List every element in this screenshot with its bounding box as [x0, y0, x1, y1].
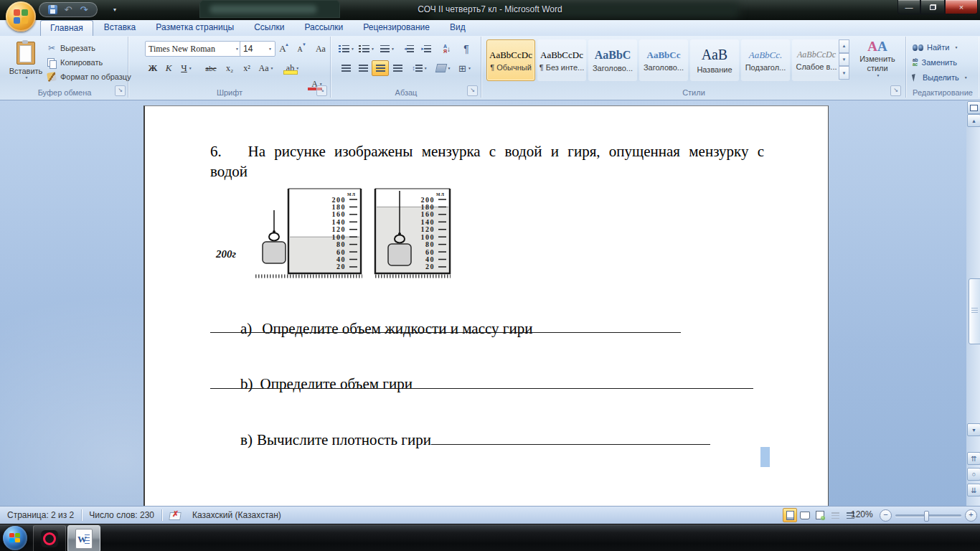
page-indicator[interactable]: Страница: 2 из 2 — [0, 510, 81, 520]
change-styles-button[interactable]: АA Изменить стили ▼ — [854, 39, 901, 85]
style-item[interactable]: AaBbCЗаголово... — [588, 39, 637, 81]
scroll-down-button[interactable]: ▼ — [967, 423, 980, 436]
group-clipboard: Вставить ▼ ✂ Вырезать Копировать Формат … — [1, 37, 128, 98]
office-button[interactable] — [6, 1, 36, 32]
close-button[interactable]: × — [945, 0, 978, 14]
underline-button[interactable]: Ч ▼ — [176, 60, 197, 76]
view-shortcuts — [783, 508, 857, 522]
align-center-button[interactable] — [354, 60, 372, 76]
show-paragraph-marks-button[interactable]: ¶ — [458, 41, 475, 57]
svg-text:120: 120 — [421, 225, 435, 233]
font-dialog-launcher[interactable]: ↘ — [316, 85, 327, 96]
replace-button[interactable]: abac Заменить — [913, 56, 957, 69]
ruler-toggle-button[interactable] — [967, 101, 980, 114]
paste-button[interactable]: Вставить ▼ — [7, 39, 44, 88]
styles-scroll-down-button[interactable]: ▼ — [839, 53, 849, 67]
scrollbar-thumb[interactable] — [969, 278, 980, 344]
document-page[interactable]: 6. На рисунке изображены мензурка с водо… — [143, 105, 829, 506]
redo-button[interactable]: ↷ — [77, 4, 90, 16]
paragraph-dialog-launcher[interactable]: ↘ — [467, 85, 478, 96]
copy-button[interactable]: Копировать — [46, 56, 103, 69]
format-painter-button[interactable]: Формат по образцу — [46, 70, 131, 83]
tab-вид[interactable]: Вид — [440, 20, 475, 36]
zoom-out-button[interactable]: − — [880, 509, 892, 522]
zoom-in-button[interactable]: + — [965, 509, 977, 522]
style-item[interactable]: AaBbCc.Подзагол... — [741, 39, 790, 81]
svg-text:100: 100 — [332, 233, 347, 241]
previous-page-button[interactable]: ⇈ — [967, 452, 980, 465]
numbering-button[interactable]: ▼ — [357, 41, 376, 57]
styles-scroll-up-button[interactable]: ▲ — [839, 39, 849, 53]
taskbar-opera-button[interactable] — [33, 525, 66, 551]
taskbar: W RU ▲ 11:20 23.12.2020 — [0, 524, 980, 551]
styles-dialog-launcher[interactable]: ↘ — [890, 85, 901, 96]
align-left-button[interactable] — [337, 60, 354, 76]
svg-text:160: 160 — [421, 210, 435, 218]
bold-button[interactable]: Ж — [145, 60, 161, 76]
style-item[interactable]: AaBbCcDc¶ Без инте... — [537, 39, 586, 81]
subscript-button[interactable]: x₂ — [221, 60, 238, 76]
clear-formatting-button[interactable]: Аа — [311, 41, 330, 57]
undo-button[interactable]: ↶ — [62, 4, 75, 16]
font-size-combo[interactable]: 14 ▼ — [240, 41, 275, 57]
style-item[interactable]: АаВНазвание — [690, 39, 739, 81]
shading-button[interactable]: ▼ — [433, 60, 453, 76]
outline-view-button[interactable] — [828, 508, 842, 522]
tab-разметка-страницы[interactable]: Разметка страницы — [146, 20, 243, 36]
style-item[interactable]: AaBbCcDcСлабое в... — [792, 39, 841, 81]
word-count[interactable]: Число слов: 230 — [82, 510, 161, 520]
increase-indent-button[interactable]: ▸ — [418, 41, 435, 57]
zoom-slider-thumb[interactable] — [924, 511, 929, 522]
clipboard-dialog-launcher[interactable]: ↘ — [115, 85, 126, 96]
justify-button[interactable] — [389, 60, 406, 76]
strikethrough-button[interactable]: abc — [201, 60, 221, 76]
fullscreen-reading-view-button[interactable] — [798, 508, 812, 522]
web-layout-view-button[interactable] — [813, 508, 827, 522]
print-layout-view-button[interactable] — [783, 508, 797, 522]
svg-text:180: 180 — [421, 203, 435, 211]
style-item[interactable]: AaBbCcDc¶ Обычный — [486, 39, 535, 81]
save-button[interactable] — [46, 4, 59, 16]
borders-button[interactable]: ⊞ ▼ — [455, 60, 475, 76]
tab-вставка[interactable]: Вставка — [95, 20, 146, 36]
zoom-slider[interactable] — [895, 514, 961, 517]
multilevel-list-button[interactable]: ▼ — [377, 41, 397, 57]
shading-icon — [435, 64, 447, 72]
tab-ссылки[interactable]: Ссылки — [245, 20, 293, 36]
sort-button[interactable]: АЯ ↓ — [438, 41, 456, 57]
cut-button[interactable]: ✂ Вырезать — [46, 42, 95, 55]
restore-button[interactable] — [920, 0, 945, 14]
minimize-button[interactable]: — — [897, 0, 920, 14]
svg-text:80: 80 — [336, 240, 346, 248]
align-right-button[interactable] — [372, 60, 389, 76]
text-highlight-button[interactable]: ab ▼ — [281, 60, 304, 76]
zoom-level[interactable]: 120% — [851, 509, 877, 519]
customize-qat-button[interactable]: ▾ — [109, 4, 121, 16]
shrink-font-button[interactable]: А ▼ — [291, 41, 308, 57]
bullets-button[interactable]: ▼ — [337, 41, 356, 57]
styles-more-button[interactable]: ▼ — [839, 66, 849, 80]
superscript-button[interactable]: x² — [238, 60, 255, 76]
restore-icon — [930, 4, 936, 10]
next-page-button[interactable]: ⇊ — [967, 484, 980, 496]
find-button[interactable]: Найти ▼ — [913, 41, 958, 54]
tab-главная[interactable]: Главная — [40, 20, 93, 37]
tab-рассылки[interactable]: Рассылки — [295, 20, 352, 36]
taskbar-word-button[interactable]: W — [67, 525, 100, 551]
font-family-combo[interactable]: Times New Roman ▼ — [145, 41, 242, 57]
decrease-indent-button[interactable]: ◂ — [400, 41, 418, 57]
select-browse-object-button[interactable]: ○ — [967, 468, 980, 481]
svg-text:мл: мл — [347, 191, 356, 197]
scroll-up-button[interactable]: ▲ — [967, 114, 980, 127]
change-case-button[interactable]: Aa ▼ — [255, 60, 277, 76]
tab-рецензирование[interactable]: Рецензирование — [354, 20, 439, 36]
grow-font-button[interactable]: А ▲ — [274, 41, 291, 57]
select-button[interactable]: Выделить ▼ — [913, 71, 968, 84]
italic-button[interactable]: К — [161, 60, 176, 76]
line-spacing-button[interactable]: ↕ ▼ — [409, 60, 430, 76]
language-indicator[interactable]: Казахский (Казахстан) — [185, 510, 288, 520]
start-button[interactable] — [3, 526, 27, 550]
proofing-status-icon[interactable]: ✗ — [169, 511, 181, 520]
print-layout-icon — [786, 511, 794, 520]
style-item[interactable]: AaBbCcЗаголово... — [639, 39, 688, 81]
